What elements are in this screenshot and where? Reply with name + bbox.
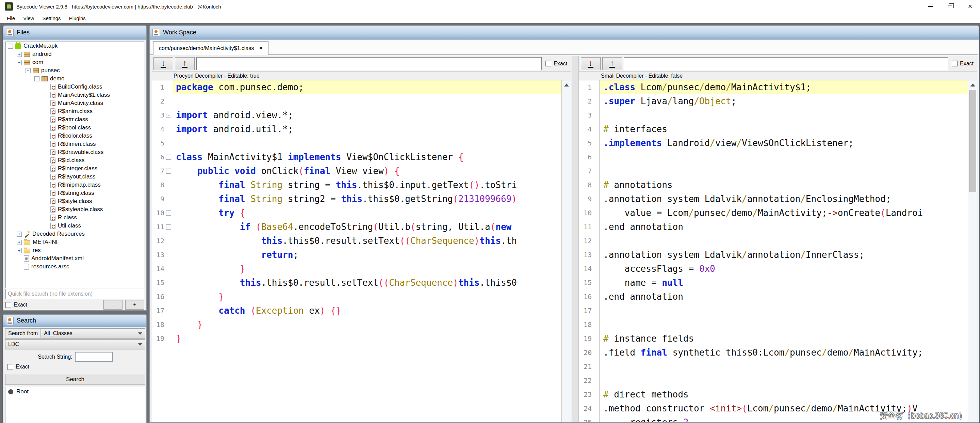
tree-item-label: R$drawable.class: [58, 149, 103, 156]
pane-splitter[interactable]: [572, 56, 579, 422]
open-button[interactable]: ↑: [602, 57, 622, 70]
menu-view[interactable]: View: [20, 14, 37, 22]
save-button[interactable]: ↓: [153, 57, 173, 70]
line-number: 25: [579, 415, 592, 422]
search-from-select[interactable]: All_Classes: [41, 328, 145, 338]
line-number: 6: [152, 150, 164, 164]
smali-search-input[interactable]: [624, 57, 948, 70]
tree-item[interactable]: AndroidManifest.xml: [6, 254, 144, 263]
tree-item[interactable]: R$layout.class: [6, 173, 144, 181]
class-icon: [50, 117, 56, 123]
fold-collapse-icon[interactable]: −: [166, 113, 171, 118]
restore-button[interactable]: [940, 0, 960, 13]
tree-item[interactable]: +META-INF: [6, 238, 144, 246]
tree-item[interactable]: R$mipmap.class: [6, 181, 144, 189]
tree-expand-icon[interactable]: +: [17, 240, 22, 245]
tree-item[interactable]: R$color.class: [6, 132, 144, 140]
search-string-label: Search String:: [38, 354, 72, 360]
tree-item[interactable]: R$attr.class: [6, 115, 144, 124]
scroll-up-icon[interactable]: [968, 80, 977, 89]
line-number: 9: [579, 192, 592, 206]
tree-item[interactable]: R$bool.class: [6, 124, 144, 132]
menu-file[interactable]: File: [3, 14, 18, 22]
tree-item[interactable]: R.class: [6, 214, 144, 222]
minimize-button[interactable]: [921, 0, 940, 13]
save-button[interactable]: ↓: [581, 57, 601, 70]
line-number: 16: [579, 290, 592, 304]
tree-item[interactable]: MainActivity$1.class: [6, 91, 144, 99]
tree-item[interactable]: R$anim.class: [6, 107, 144, 115]
procyon-scrollbar[interactable]: [562, 80, 571, 422]
class-icon: [50, 182, 56, 188]
tree-item[interactable]: Util.class: [6, 222, 144, 230]
line-number: 5: [152, 136, 164, 150]
fold-collapse-icon[interactable]: −: [166, 211, 171, 215]
line-number: 8: [152, 178, 164, 192]
line-number: 15: [579, 276, 592, 290]
close-button[interactable]: ×: [960, 0, 980, 13]
workspace-panel-header[interactable]: Work Space: [150, 26, 978, 40]
tree-item[interactable]: R$string.class: [6, 189, 144, 197]
font-increase-button[interactable]: +: [125, 300, 144, 310]
tab-close-icon[interactable]: ×: [259, 45, 262, 51]
tree-item[interactable]: MainActivity.class: [6, 99, 144, 107]
tree-item[interactable]: resources.arsc: [6, 263, 144, 271]
tree-item[interactable]: −demo: [6, 75, 144, 83]
smali-scrollbar[interactable]: [968, 80, 977, 422]
procyon-editor[interactable]: 123−456−7−8910−11−1213141516171819 packa…: [152, 80, 571, 422]
smali-exact-checkbox[interactable]: Exact: [952, 61, 974, 67]
search-button[interactable]: Search: [5, 374, 145, 385]
tree-expand-icon[interactable]: +: [17, 52, 22, 57]
procyon-search-input[interactable]: [196, 57, 542, 70]
procyon-code: package com.punsec.demo;import android.v…: [172, 80, 562, 422]
search-panel-header[interactable]: Search: [3, 315, 146, 327]
fold-collapse-icon[interactable]: −: [166, 155, 171, 160]
quick-file-search-input[interactable]: [5, 289, 144, 299]
search-exact-checkbox[interactable]: Exact: [8, 364, 29, 370]
tab-mainactivity1-class[interactable]: com/punsec/demo/MainActivity$1.class ×: [153, 41, 269, 55]
search-type-select[interactable]: LDC: [5, 339, 145, 350]
code-line: [600, 374, 968, 388]
tree-item[interactable]: R$integer.class: [6, 164, 144, 173]
line-number: 4: [152, 122, 164, 136]
menu-settings[interactable]: Settings: [39, 14, 64, 22]
tree-item-label: R$style.class: [58, 198, 92, 205]
tree-item[interactable]: −CrackMe.apk: [6, 42, 144, 50]
procyon-exact-checkbox[interactable]: Exact: [546, 61, 567, 67]
font-decrease-button[interactable]: -: [103, 300, 123, 310]
tree-collapse-icon[interactable]: −: [34, 76, 40, 81]
xml-icon: [24, 255, 29, 262]
tree-item[interactable]: −punsec: [6, 66, 144, 75]
tree-collapse-icon[interactable]: −: [25, 68, 30, 73]
tree-item[interactable]: +res: [6, 246, 144, 254]
open-button[interactable]: ↑: [175, 57, 195, 70]
scrollbar-thumb[interactable]: [969, 90, 976, 192]
tree-item[interactable]: +android: [6, 50, 144, 58]
search-result-item[interactable]: Root: [5, 387, 145, 396]
search-string-input[interactable]: [75, 352, 113, 362]
code-line: public void onClick(final View view) {: [172, 164, 562, 178]
tree-item[interactable]: R$styleable.class: [6, 205, 144, 214]
tree-collapse-icon[interactable]: −: [17, 60, 22, 65]
smali-editor[interactable]: 1234567891011121314151617181920212223242…: [579, 80, 977, 422]
tree-item[interactable]: BuildConfig.class: [6, 83, 144, 91]
checkbox-icon: [952, 61, 958, 66]
fold-collapse-icon[interactable]: −: [166, 169, 171, 174]
fold-collapse-icon[interactable]: −: [166, 224, 171, 230]
tree-item[interactable]: R$dimen.class: [6, 140, 144, 148]
files-panel-header[interactable]: Files: [3, 26, 146, 40]
tree-item[interactable]: R$style.class: [6, 197, 144, 205]
tree-item[interactable]: +Decoded Resources: [6, 230, 144, 238]
tree-expand-icon[interactable]: +: [17, 248, 22, 253]
chevron-down-icon: [138, 332, 142, 335]
tree-item[interactable]: R$drawable.class: [6, 148, 144, 156]
tree-item[interactable]: −com: [6, 58, 144, 66]
scroll-up-icon[interactable]: [562, 80, 571, 89]
menu-plugins[interactable]: Plugins: [66, 14, 89, 22]
tree-expand-icon[interactable]: +: [17, 231, 22, 237]
files-exact-checkbox[interactable]: Exact: [5, 302, 27, 308]
tree-item[interactable]: R$id.class: [6, 156, 144, 164]
tree-collapse-icon[interactable]: −: [8, 43, 13, 49]
procyon-pane: ↓ ↑ Exact Procyon Decompiler - Editable:…: [152, 56, 571, 422]
tree-item-label: R$bool.class: [58, 125, 91, 131]
